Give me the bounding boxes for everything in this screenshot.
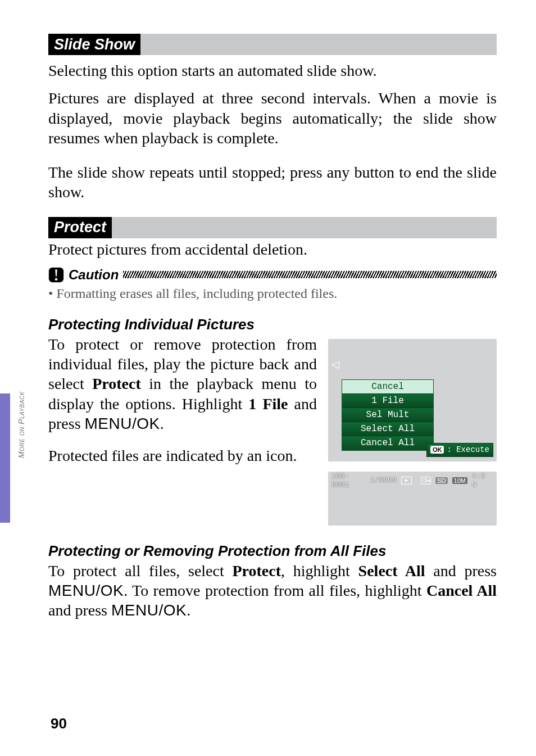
protect-menu-item-cancel[interactable]: Cancel [342, 380, 433, 394]
caution-bullet-text: Formatting erases all files, including p… [56, 286, 337, 301]
caution-hatch-rule [123, 271, 497, 278]
key-icon [423, 478, 429, 483]
protect-menu-item-1file[interactable]: 1 File [342, 394, 433, 408]
execute-label: : Execute [447, 445, 489, 454]
playback-folder-file: 100-0001 [331, 472, 366, 489]
protect-menu-item-cancelall[interactable]: Cancel All [342, 436, 433, 450]
sd-card-icon: SD [435, 477, 447, 484]
protect-para-1: Protect pictures from accidental deletio… [48, 239, 497, 259]
image-size-badge: 10M [452, 477, 467, 484]
page-number: 90 [51, 715, 67, 732]
individual-para-2: Protected files are indicated by an icon… [48, 446, 317, 465]
individual-para-1: To protect or remove protection from ind… [48, 334, 317, 433]
slide-show-para-3: The slide show repeats until stopped; pr… [48, 162, 497, 202]
protect-indicator-icon [421, 477, 431, 485]
left-arrow-icon: ◁ [331, 358, 339, 370]
protect-menu-item-selmult[interactable]: Sel Mult [342, 408, 433, 422]
subheading-all-files: Protecting or Removing Protection from A… [48, 542, 497, 560]
playback-mode-icon: ▶ [401, 477, 412, 485]
camera-screen-protect-menu: ◁ Cancel 1 File Sel Mult Select All Canc… [328, 339, 497, 461]
protect-menu-item-selectall[interactable]: Select All [342, 422, 433, 436]
caution-bullet: • Formatting erases all files, including… [48, 286, 497, 301]
slide-show-para-2: Pictures are displayed at three second i… [48, 88, 497, 148]
section-heading-label: Slide Show [48, 34, 140, 55]
ok-icon: OK [430, 446, 444, 454]
caution-label: Caution [69, 267, 119, 283]
aspect-ratio-label: 4:3 N [472, 472, 493, 489]
execute-hint: OK : Execute [426, 443, 493, 457]
section-heading-slide-show: Slide Show [48, 34, 497, 55]
camera-screen-playback: 100-0001 1/9999 ▶ SD 10M 4:3 N [328, 472, 497, 526]
playback-counter: 1/9999 [370, 476, 397, 485]
subheading-individual: Protecting Individual Pictures [48, 316, 497, 333]
protect-menu-list: Cancel 1 File Sel Mult Select All Cancel… [342, 379, 434, 451]
caution-row: Caution [48, 267, 497, 283]
section-heading-label: Protect [48, 217, 112, 238]
svg-point-1 [55, 278, 57, 280]
slide-show-para-1: Selecting this option starts an automate… [48, 61, 497, 80]
section-heading-protect: Protect [48, 217, 497, 238]
caution-icon [48, 267, 64, 283]
all-files-para: To protect all files, select Protect, hi… [48, 561, 497, 621]
